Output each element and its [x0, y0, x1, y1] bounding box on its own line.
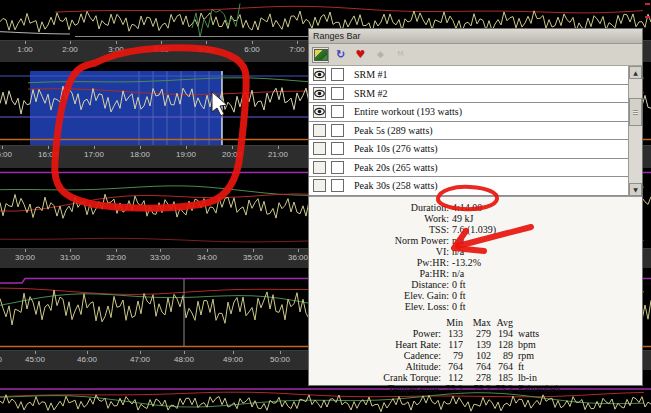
axis-tick-mark: [252, 41, 253, 44]
axis-tick-mark: [70, 249, 71, 252]
panel-titlebar[interactable]: Ranges Bar: [309, 29, 642, 44]
metrics-header: Min: [441, 317, 463, 328]
visibility-toggle[interactable]: [313, 179, 326, 192]
list-scrollbar[interactable]: ▲ ▼: [628, 66, 642, 196]
stat-label: Distance:: [309, 279, 449, 290]
graph-button[interactable]: [312, 47, 329, 63]
metric-min: 133: [441, 328, 463, 339]
axis-tick-label: 45:00: [25, 355, 45, 364]
axis-tick-label: 32:00: [106, 253, 126, 262]
range-label: Peak 30s (258 watts): [354, 180, 438, 191]
heart-rate-button[interactable]: ♥: [352, 47, 369, 63]
range-row[interactable]: Peak 5s (289 watts): [309, 122, 630, 141]
visibility-toggle[interactable]: [313, 87, 326, 100]
stat-row: Norm Power:n/a: [309, 235, 642, 246]
range-label: SRM #2: [354, 88, 388, 99]
range-label: Peak 10s (276 watts): [354, 143, 438, 154]
ranges-list: ▲ ▼ SRM #1SRM #2Entire workout (193 watt…: [309, 66, 642, 197]
metrics-row: Power:133279194watts: [309, 328, 642, 339]
metric-min: 75.2: [441, 383, 463, 394]
metric-max: 75.2: [463, 383, 491, 394]
stat-value: 0 ft: [452, 301, 466, 312]
range-checkbox[interactable]: [331, 161, 344, 174]
range-checkbox[interactable]: [331, 105, 344, 118]
stat-label: Norm Power:: [309, 235, 449, 246]
axis-tick-label: 17:00: [84, 150, 104, 159]
axis-tick-mark: [206, 41, 207, 44]
metrics-header-row: MinMaxAvg: [309, 317, 642, 328]
axis-tick-mark: [25, 249, 26, 252]
stat-row: Work:49 kJ: [309, 213, 642, 224]
disabled-icon: M: [397, 49, 403, 60]
scroll-down-button[interactable]: ▼: [629, 183, 642, 196]
range-row[interactable]: SRM #2: [309, 85, 630, 104]
range-row[interactable]: Peak 10s (276 watts): [309, 140, 630, 159]
axis-tick-label: 3:00: [108, 45, 124, 54]
stat-value: 0 ft: [452, 279, 466, 290]
axis-tick-label: 49:00: [223, 355, 243, 364]
stats-block: Duration:4:14.00Work:49 kJTSS:7.6 (1.039…: [309, 197, 642, 312]
refresh-button[interactable]: ↻: [332, 47, 349, 63]
axis-tick-label: 7:00: [289, 45, 305, 54]
range-checkbox[interactable]: [331, 142, 344, 155]
metric-name: Cadence:: [309, 350, 441, 361]
stat-row: Pw:HR:-13.2%: [309, 257, 642, 268]
range-label: Peak 5s (289 watts): [354, 125, 433, 136]
visibility-toggle[interactable]: [313, 142, 326, 155]
stat-row: VI:n/a: [309, 246, 642, 257]
scroll-thumb[interactable]: [629, 98, 642, 126]
metric-min: 117: [441, 339, 463, 350]
metric-unit: bpm: [518, 339, 536, 350]
metric-name: Crank Torque:: [309, 372, 441, 383]
axis-tick-label: 36:00: [288, 253, 308, 262]
axis-tick-mark: [116, 41, 117, 44]
scroll-up-button[interactable]: ▲: [629, 66, 642, 79]
stat-row: Elev. Loss:0 ft: [309, 301, 642, 312]
range-row[interactable]: Peak 20s (265 watts): [309, 159, 630, 178]
panel-toolbar: ↻ ♥ ◆ M: [309, 44, 642, 66]
axis-tick-label: 35:00: [243, 253, 263, 262]
range-checkbox[interactable]: [331, 87, 344, 100]
metric-unit: rpm: [518, 350, 534, 361]
axis-tick-mark: [116, 249, 117, 252]
axis-tick-label: 33:00: [150, 253, 170, 262]
stat-label: Work:: [309, 213, 449, 224]
axis-tick-label: 47:00: [130, 355, 150, 364]
metric-unit: lb-in: [518, 372, 537, 383]
metric-avg: 128: [491, 339, 513, 350]
metric-unit: Fahrenheit: [518, 383, 561, 394]
visibility-toggle[interactable]: [313, 68, 326, 81]
range-checkbox[interactable]: [331, 179, 344, 192]
stat-label: VI:: [309, 246, 449, 257]
metric-name: Altitude:: [309, 361, 441, 372]
axis-tick-label: 30:00: [15, 253, 35, 262]
metric-name: Heart Rate:: [309, 339, 441, 350]
axis-tick-label: 34:00: [197, 253, 217, 262]
range-checkbox[interactable]: [331, 124, 344, 137]
metric-avg: 185: [491, 372, 513, 383]
metrics-header: Avg: [491, 317, 513, 328]
axis-tick-mark: [161, 41, 162, 44]
axis-tick-mark: [2, 146, 3, 149]
range-row[interactable]: SRM #1: [309, 66, 630, 85]
axis-tick-label: 19:00: [176, 150, 196, 159]
range-checkbox[interactable]: [331, 68, 344, 81]
axis-tick-mark: [184, 351, 185, 354]
range-row[interactable]: Entire workout (193 watts): [309, 103, 630, 122]
axis-tick-label: 5:00: [198, 45, 214, 54]
range-row[interactable]: Peak 30s (258 watts): [309, 177, 630, 196]
axis-tick-label: 50:00: [270, 355, 290, 364]
metric-max: 279: [463, 328, 491, 339]
axis-tick-label: 6:00: [244, 45, 260, 54]
visibility-toggle[interactable]: [313, 105, 326, 118]
metric-avg: 194: [491, 328, 513, 339]
stat-value: n/a: [452, 268, 464, 279]
visibility-toggle[interactable]: [313, 161, 326, 174]
metrics-row: Altitude:764764764ft: [309, 361, 642, 372]
metric-max: 278: [463, 372, 491, 383]
metric-name: Power:: [309, 328, 441, 339]
visibility-toggle[interactable]: [313, 124, 326, 137]
axis-tick-label: 16:00: [38, 150, 58, 159]
stat-row: Duration:4:14.00: [309, 202, 642, 213]
metric-avg: 89: [491, 350, 513, 361]
